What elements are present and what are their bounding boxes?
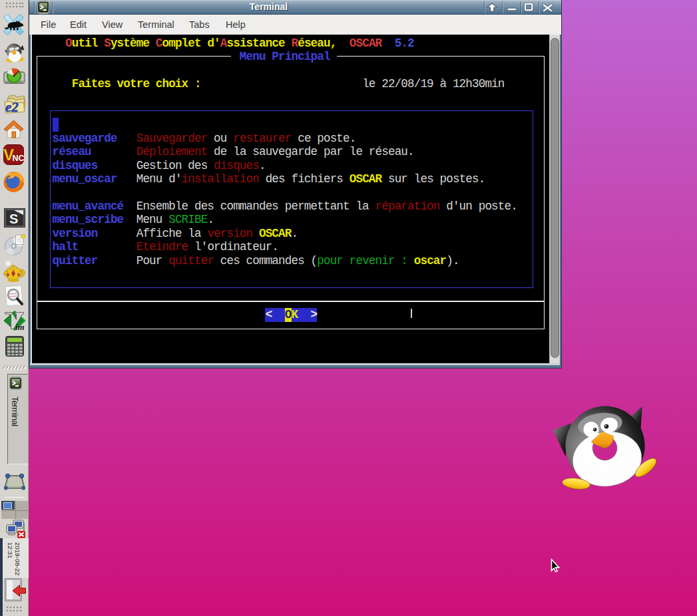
svg-text:e2: e2 [5,99,19,114]
svg-text:S: S [9,212,18,226]
svg-text:NC: NC [13,154,25,163]
svg-text:im: im [15,322,25,332]
